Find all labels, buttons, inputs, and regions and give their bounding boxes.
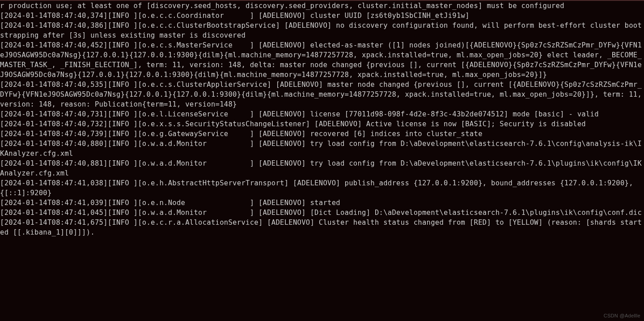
log-line: [2024-01-14T08:47:40,731][INFO ][o.e.l.L…: [0, 109, 642, 119]
log-line: [2024-01-14T08:47:40,452][INFO ][o.e.c.s…: [0, 40, 642, 80]
log-line: [2024-01-14T08:47:41,045][INFO ][o.w.a.d…: [0, 208, 642, 218]
terminal-output[interactable]: r production use; at least one of [disco…: [0, 1, 644, 237]
log-line: [2024-01-14T08:47:40,880][INFO ][o.w.a.d…: [0, 139, 642, 158]
log-line: [2024-01-14T08:47:40,732][INFO ][o.e.x.s…: [0, 119, 642, 129]
log-line: [2024-01-14T08:47:40,535][INFO ][o.e.c.s…: [0, 80, 642, 109]
log-line: [2024-01-14T08:47:41,038][INFO ][o.e.h.A…: [0, 178, 642, 198]
watermark-text: CSDN @Adellle: [604, 312, 640, 320]
log-line: [2024-01-14T08:47:41,675][INFO ][o.e.c.r…: [0, 218, 642, 237]
log-line: r production use; at least one of [disco…: [0, 1, 642, 11]
log-line: [2024-01-14T08:47:40,374][INFO ][o.e.c.c…: [0, 11, 642, 21]
log-line: [2024-01-14T08:47:40,386][INFO ][o.e.c.c…: [0, 21, 642, 40]
log-line: [2024-01-14T08:47:40,739][INFO ][o.e.g.G…: [0, 129, 642, 139]
log-line: [2024-01-14T08:47:40,881][INFO ][o.w.a.d…: [0, 158, 642, 178]
log-line: [2024-01-14T08:47:41,039][INFO ][o.e.n.N…: [0, 198, 642, 208]
